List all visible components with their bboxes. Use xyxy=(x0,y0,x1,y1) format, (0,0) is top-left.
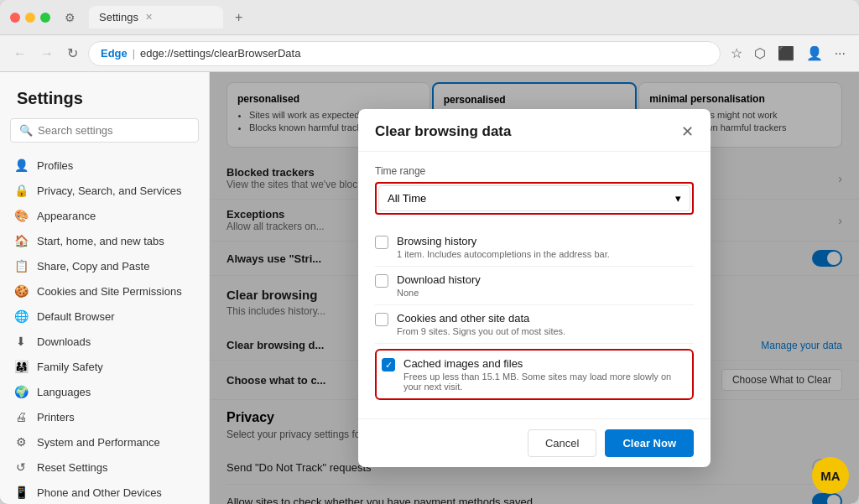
main-content: Settings 🔍 👤 Profiles 🔒 Privacy, Search,… xyxy=(0,72,859,504)
sidebar-item-appearance[interactable]: 🎨 Appearance xyxy=(0,203,209,228)
address-url: edge://settings/clearBrowserData xyxy=(140,47,300,60)
modal-body: Time range All Time ▾ Browsing history xyxy=(358,152,711,418)
download-history-title: Download history xyxy=(397,273,694,286)
chevron-down-icon: ▾ xyxy=(675,192,681,205)
sidebar-item-label: Cookies and Site Permissions xyxy=(37,285,182,298)
close-window-btn[interactable] xyxy=(10,13,20,23)
sidebar-item-label: Printers xyxy=(37,411,75,423)
share-icon: 📋 xyxy=(13,259,29,273)
sidebar-item-share[interactable]: 📋 Share, Copy and Paste xyxy=(0,253,209,278)
browsing-history-item: Browsing history 1 item. Includes autoco… xyxy=(375,228,694,267)
refresh-button[interactable]: ↻ xyxy=(64,42,81,65)
sidebar-item-family[interactable]: 👨‍👩‍👧 Family Safety xyxy=(0,354,209,379)
sidebar-item-start-home[interactable]: 🏠 Start, home, and new tabs xyxy=(0,228,209,253)
browsing-history-desc: 1 item. Includes autocompletions in the … xyxy=(397,249,694,259)
phone-icon: 📱 xyxy=(13,486,29,499)
address-input[interactable]: Edge | edge://settings/clearBrowserData xyxy=(88,41,721,66)
privacy-icon: 🔒 xyxy=(13,184,29,197)
profiles-icon: 👤 xyxy=(13,158,29,172)
sidebar-item-printers[interactable]: 🖨 Printers xyxy=(0,404,209,429)
cookies-checkbox[interactable] xyxy=(375,313,388,326)
family-icon: 👨‍👩‍👧 xyxy=(13,360,29,373)
tab-label: Settings xyxy=(99,11,138,23)
profile-icon[interactable]: 👤 xyxy=(803,42,826,65)
content-area: personalised Sites will work as expected… xyxy=(210,72,859,504)
back-button[interactable]: ← xyxy=(10,43,30,65)
tab-close-icon[interactable]: ✕ xyxy=(145,12,153,23)
sidebar-item-label: Reset Settings xyxy=(37,461,108,474)
more-options-icon[interactable]: ··· xyxy=(831,43,849,65)
sidebar-item-label: Profiles xyxy=(37,159,73,172)
address-bar-row: ← → ↻ Edge | edge://settings/clearBrowse… xyxy=(0,35,859,72)
cookies-title: Cookies and other site data xyxy=(397,312,694,325)
modal-footer: Cancel Clear Now xyxy=(358,418,711,467)
sidebar-item-phone[interactable]: 📱 Phone and Other Devices xyxy=(0,480,209,504)
sidebar-item-downloads[interactable]: ⬇ Downloads xyxy=(0,329,209,354)
search-icon: 🔍 xyxy=(19,124,33,137)
maximize-window-btn[interactable] xyxy=(40,13,50,23)
sidebar-item-languages[interactable]: 🌍 Languages xyxy=(0,379,209,404)
appearance-icon: 🎨 xyxy=(13,209,29,222)
time-range-label: Time range xyxy=(375,165,694,177)
cookies-desc: From 9 sites. Signs you out of most site… xyxy=(397,326,694,336)
browsing-history-checkbox[interactable] xyxy=(375,236,388,249)
sidebar-item-privacy[interactable]: 🔒 Privacy, Search, and Services xyxy=(0,178,209,203)
new-tab-button[interactable]: + xyxy=(235,10,242,25)
system-icon: ⚙ xyxy=(13,435,29,449)
download-history-content: Download history None xyxy=(397,273,694,298)
sidebar-item-label: Downloads xyxy=(37,335,91,348)
time-range-value: All Time xyxy=(388,192,426,205)
tab-icon: ⚙ xyxy=(57,11,82,24)
sidebar-item-label: Phone and Other Devices xyxy=(37,486,162,499)
sidebar-item-label: Family Safety xyxy=(37,361,103,373)
downloads-icon: ⬇ xyxy=(13,335,29,348)
time-range-box: All Time ▾ xyxy=(375,182,694,215)
modal-title: Clear browsing data xyxy=(375,123,511,140)
cookies-icon: 🍪 xyxy=(13,284,29,298)
modal-overlay: Clear browsing data ✕ Time range All Tim… xyxy=(210,72,859,504)
favorites-icon[interactable]: ☆ xyxy=(727,42,746,65)
sidebar-item-label: System and Performance xyxy=(37,436,160,449)
download-history-checkbox[interactable] xyxy=(375,274,388,288)
extensions-icon[interactable]: ⬛ xyxy=(774,42,798,65)
modal-close-button[interactable]: ✕ xyxy=(681,122,694,141)
sidebar-title: Settings xyxy=(0,72,209,118)
sidebar-item-default-browser[interactable]: 🌐 Default Browser xyxy=(0,304,209,329)
sidebar-item-profiles[interactable]: 👤 Profiles xyxy=(0,153,209,178)
modal-header: Clear browsing data ✕ xyxy=(358,109,711,152)
sidebar-item-cookies[interactable]: 🍪 Cookies and Site Permissions xyxy=(0,278,209,304)
start-home-icon: 🏠 xyxy=(13,234,29,247)
collections-icon[interactable]: ⬡ xyxy=(751,42,769,65)
browser-window: ⚙ Settings ✕ + ← → ↻ Edge | edge://setti… xyxy=(0,0,859,504)
edge-logo: Edge xyxy=(101,47,128,60)
printers-icon: 🖨 xyxy=(13,410,29,423)
clear-now-button[interactable]: Clear Now xyxy=(605,429,694,457)
sidebar-item-label: Default Browser xyxy=(37,310,114,323)
minimize-window-btn[interactable] xyxy=(25,13,35,23)
languages-icon: 🌍 xyxy=(13,385,29,398)
search-box[interactable]: 🔍 xyxy=(10,118,199,143)
sidebar-item-label: Languages xyxy=(37,386,91,398)
time-range-select[interactable]: All Time ▾ xyxy=(378,185,690,211)
clear-browsing-modal: Clear browsing data ✕ Time range All Tim… xyxy=(358,109,711,467)
cookies-content: Cookies and other site data From 9 sites… xyxy=(397,312,694,336)
avatar-initials: MA xyxy=(820,469,840,483)
title-bar: ⚙ Settings ✕ + xyxy=(0,0,859,35)
address-separator: | xyxy=(133,48,135,60)
sidebar-item-label: Privacy, Search, and Services xyxy=(37,184,181,197)
search-input[interactable] xyxy=(38,124,190,137)
cached-images-highlighted: ✓ Cached images and files Frees up less … xyxy=(375,349,694,400)
forward-button[interactable]: → xyxy=(37,43,57,65)
default-browser-icon: 🌐 xyxy=(13,309,29,323)
sidebar-item-label: Start, home, and new tabs xyxy=(37,235,164,247)
sidebar-item-label: Share, Copy and Paste xyxy=(37,260,149,273)
toolbar-icons: ☆ ⬡ ⬛ 👤 ··· xyxy=(727,42,849,65)
cancel-button[interactable]: Cancel xyxy=(528,429,596,457)
settings-tab[interactable]: Settings ✕ xyxy=(89,6,223,29)
cached-images-checkbox[interactable]: ✓ xyxy=(382,358,395,372)
avatar-badge: MA xyxy=(812,457,849,494)
traffic-lights xyxy=(10,13,50,23)
sidebar-item-reset[interactable]: ↺ Reset Settings xyxy=(0,455,209,480)
cached-images-item: ✓ Cached images and files Frees up less … xyxy=(382,356,687,393)
sidebar-item-system[interactable]: ⚙ System and Performance xyxy=(0,429,209,455)
